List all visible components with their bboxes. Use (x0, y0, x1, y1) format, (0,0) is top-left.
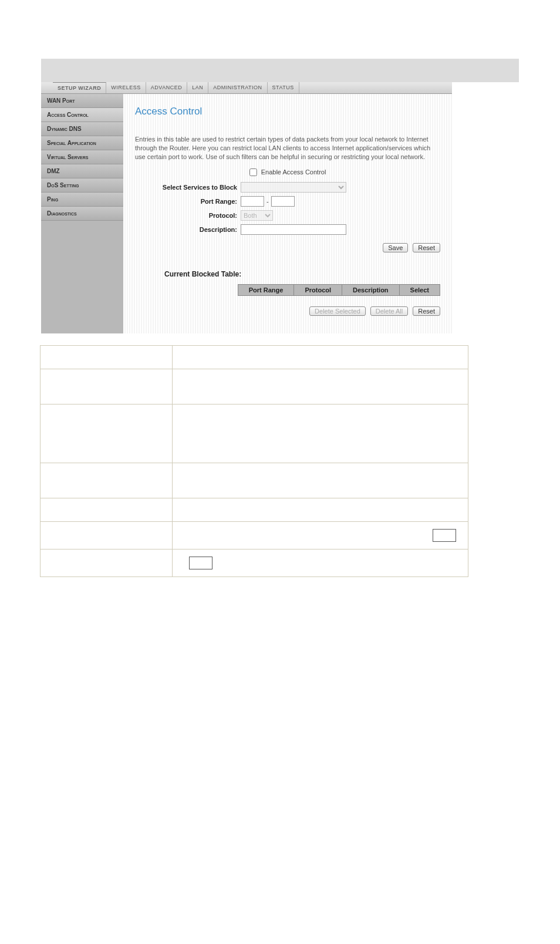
desc-cell-1r (173, 346, 468, 369)
sidebar: WAN Port Access Control Dynamic DNS Spec… (41, 94, 123, 333)
sidebar-item-dynamic-dns[interactable]: Dynamic DNS (41, 122, 123, 136)
enable-access-control-row: Enable Access Control (135, 168, 440, 177)
tab-filler (299, 82, 452, 93)
current-blocked-table-label: Current Blocked Table: (164, 270, 440, 278)
tab-advanced[interactable]: Advanced (146, 82, 187, 93)
tab-wireless[interactable]: Wireless (106, 82, 146, 93)
sidebar-item-dos-setting[interactable]: DoS Setting (41, 178, 123, 193)
description-grid (40, 345, 468, 577)
port-range-label: Port Range: (135, 198, 241, 205)
desc-cell-4l (41, 463, 173, 498)
description-label: Description: (135, 226, 241, 233)
sidebar-item-special-application[interactable]: Special Application (41, 136, 123, 150)
desc-cell-6r (173, 522, 468, 549)
desc-cell-7r (173, 549, 468, 577)
desc-cell-1l (41, 346, 173, 369)
sidebar-item-wan-port[interactable]: WAN Port (41, 94, 123, 108)
th-select: Select (399, 285, 440, 296)
intro-paragraph: Entries in this table are used to restri… (135, 135, 440, 161)
page-title: Access Control (135, 106, 440, 117)
desc-cell-6l (41, 522, 173, 549)
port-range-start-input[interactable] (241, 196, 264, 207)
sidebar-item-diagnostics[interactable]: Diagnostics (41, 207, 123, 221)
router-admin-panel: Setup Wizard Wireless Advanced LAN Admin… (41, 82, 452, 333)
description-input[interactable] (241, 224, 346, 235)
th-description: Description (342, 285, 400, 296)
select-services-label: Select Services to Block (135, 184, 241, 191)
top-nav-tabs: Setup Wizard Wireless Advanced LAN Admin… (41, 82, 452, 94)
desc-cell-3r (173, 404, 468, 463)
desc-cell-5l (41, 498, 173, 522)
desc-cell-5r (173, 498, 468, 522)
save-button[interactable]: Save (383, 243, 408, 252)
desc-cell-2l (41, 369, 173, 404)
tab-setup-wizard[interactable]: Setup Wizard (53, 82, 106, 93)
sidebar-item-access-control[interactable]: Access Control (41, 108, 123, 122)
protocol-dropdown[interactable]: Both (241, 210, 273, 221)
reset-table-button[interactable]: Reset (413, 306, 440, 316)
tab-administration[interactable]: Administration (208, 82, 267, 93)
tab-status[interactable]: Status (268, 82, 299, 93)
blocked-table: Port Range Protocol Description Select (238, 284, 440, 296)
th-port-range: Port Range (238, 285, 294, 296)
desc-cell-7l (41, 549, 173, 577)
reset-button[interactable]: Reset (413, 243, 440, 252)
blocked-table-header-row: Port Range Protocol Description Select (238, 285, 440, 296)
top-gray-bar (41, 59, 519, 82)
delete-selected-button[interactable]: Delete Selected (309, 306, 366, 316)
tab-lan[interactable]: LAN (187, 82, 208, 93)
enable-access-control-label: Enable Access Control (261, 168, 326, 176)
delete-all-button[interactable]: Delete All (370, 306, 408, 316)
sidebar-item-dmz[interactable]: DMZ (41, 164, 123, 178)
main-content: Access Control Entries in this table are… (123, 94, 452, 333)
port-range-separator: - (266, 198, 269, 205)
sidebar-item-virtual-servers[interactable]: Virtual Servers (41, 150, 123, 164)
desc-cell-4r (173, 463, 468, 498)
desc-cell-2r (173, 369, 468, 404)
th-protocol: Protocol (294, 285, 342, 296)
select-services-dropdown[interactable] (241, 182, 346, 193)
inner-box-2 (189, 557, 212, 569)
sidebar-item-ping[interactable]: Ping (41, 193, 123, 207)
enable-access-control-checkbox[interactable] (249, 168, 257, 176)
port-range-end-input[interactable] (271, 196, 295, 207)
protocol-label: Protocol: (135, 212, 241, 219)
inner-box-1 (433, 529, 456, 542)
desc-cell-3l (41, 404, 173, 463)
tab-spacer (41, 82, 53, 93)
